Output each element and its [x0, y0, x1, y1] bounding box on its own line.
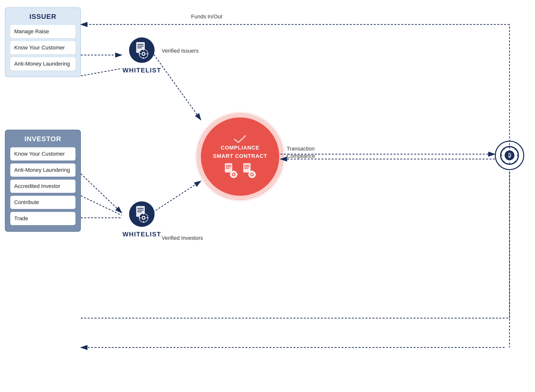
- investor-trade: Trade: [10, 212, 75, 225]
- svg-rect-15: [137, 210, 144, 210]
- svg-rect-49: [509, 146, 510, 148]
- funds-in-out-label: Funds In/Out: [191, 13, 222, 20]
- checkmark-icon: [234, 135, 246, 144]
- svg-rect-22: [139, 217, 141, 218]
- whitelist-top-group: WHITELIST: [122, 37, 161, 74]
- svg-rect-23: [146, 217, 148, 218]
- svg-rect-8: [143, 49, 144, 50]
- svg-rect-34: [237, 174, 238, 175]
- compliance-icon-1: [223, 162, 239, 178]
- svg-rect-31: [233, 170, 234, 172]
- compliance-doc-icons: [223, 162, 257, 178]
- investor-box: INVESTOR Know Your Customer Anti-Money L…: [5, 130, 81, 232]
- transaction-label: Transaction: [287, 146, 315, 152]
- svg-point-41: [251, 174, 253, 175]
- svg-rect-25: [226, 165, 231, 166]
- svg-point-7: [143, 53, 145, 55]
- svg-line-64: [81, 174, 122, 213]
- compliance-label: Compliance: [287, 153, 315, 159]
- svg-rect-26: [226, 166, 231, 167]
- issuer-title: ISSUER: [10, 13, 75, 21]
- svg-rect-10: [139, 53, 141, 54]
- whitelist-bottom-icon: [128, 201, 155, 228]
- svg-point-40: [250, 173, 254, 176]
- svg-rect-37: [244, 166, 250, 167]
- svg-line-65: [81, 196, 122, 215]
- svg-rect-2: [137, 44, 144, 45]
- svg-line-62: [81, 69, 122, 76]
- compliance-line1: COMPLIANCE: [221, 145, 259, 151]
- svg-rect-4: [137, 47, 142, 48]
- svg-rect-21: [143, 221, 144, 223]
- svg-point-39: [248, 171, 256, 178]
- gear-circle-right: ₿: [495, 141, 524, 170]
- verified-investors-label: Verified Investors: [162, 235, 203, 241]
- svg-rect-27: [226, 168, 230, 169]
- svg-rect-14: [137, 208, 144, 209]
- svg-rect-36: [244, 165, 250, 166]
- gear-right-icon: ₿: [500, 146, 519, 165]
- issuer-manage-raise: Manage Raise: [10, 25, 75, 38]
- svg-rect-42: [252, 170, 253, 172]
- svg-rect-16: [137, 211, 142, 212]
- investor-aml: Anti-Money Laundering: [10, 163, 75, 177]
- issuer-kyc: Know Your Customer: [10, 41, 75, 54]
- compliance-line2: SMART CONTRACT: [213, 153, 267, 159]
- investor-contribute: Contribute: [10, 196, 75, 209]
- svg-rect-35: [243, 163, 251, 173]
- svg-point-30: [233, 174, 235, 175]
- svg-rect-52: [517, 155, 519, 156]
- svg-rect-51: [500, 155, 502, 156]
- svg-rect-43: [252, 177, 253, 178]
- whitelist-top-label: WHITELIST: [122, 67, 161, 74]
- svg-point-29: [232, 173, 235, 176]
- svg-rect-44: [248, 174, 249, 175]
- investor-title: INVESTOR: [10, 135, 75, 143]
- compliance-circle: COMPLIANCE SMART CONTRACT: [201, 117, 279, 196]
- issuer-box: ISSUER Manage Raise Know Your Customer A…: [5, 7, 81, 77]
- investor-kyc: Know Your Customer: [10, 147, 75, 161]
- svg-rect-20: [143, 213, 144, 214]
- svg-point-19: [143, 217, 145, 219]
- investor-accredited: Accredited Investor: [10, 180, 75, 193]
- svg-point-28: [230, 171, 237, 178]
- svg-rect-38: [244, 168, 248, 169]
- svg-rect-3: [137, 46, 144, 46]
- compliance-icon-2: [241, 162, 257, 178]
- whitelist-bottom-label: WHITELIST: [122, 231, 161, 238]
- svg-rect-50: [509, 163, 510, 165]
- issuer-aml: Anti-Money Laundering: [10, 57, 75, 70]
- svg-rect-45: [255, 174, 256, 175]
- svg-rect-32: [233, 177, 234, 178]
- svg-rect-33: [230, 174, 231, 175]
- whitelist-bottom-group: WHITELIST: [122, 201, 161, 238]
- whitelist-top-icon: [128, 37, 155, 64]
- verified-issuers-label: Verified Issuers: [162, 48, 198, 54]
- svg-rect-11: [146, 53, 148, 54]
- svg-rect-9: [143, 57, 144, 59]
- svg-rect-24: [225, 163, 232, 173]
- svg-text:₿: ₿: [508, 152, 511, 158]
